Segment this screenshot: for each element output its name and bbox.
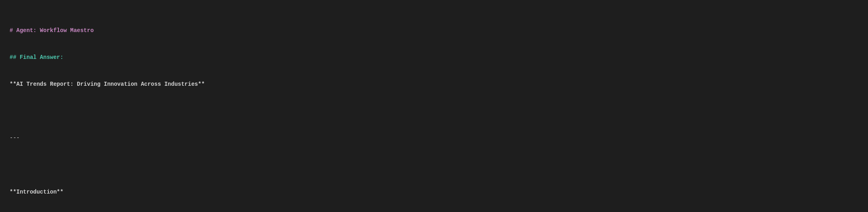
blank-line-2 (10, 161, 858, 170)
intro-heading: **Introduction** (10, 188, 858, 196)
content-area: # Agent: Workflow Maestro ## Final Answe… (10, 8, 858, 212)
agent-line: # Agent: Workflow Maestro (10, 26, 858, 35)
report-title: **AI Trends Report: Driving Innovation A… (10, 80, 858, 89)
final-answer-heading: ## Final Answer: (10, 53, 858, 62)
blank-line-1 (10, 107, 858, 115)
separator: --- (10, 133, 858, 142)
